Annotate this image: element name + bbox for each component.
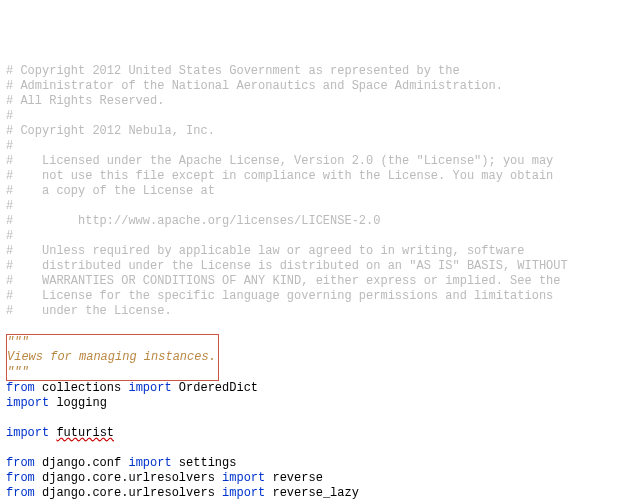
comment-line: # Administrator of the National Aeronaut…	[6, 79, 634, 94]
code-viewer: # Copyright 2012 United States Governmen…	[6, 64, 634, 500]
module-name: django.conf	[35, 456, 129, 470]
code-line: from django.conf import settings	[6, 456, 634, 471]
comment-line: # License for the specific language gove…	[6, 289, 634, 304]
keyword-import: import	[128, 381, 171, 395]
code-line: from collections import OrderedDict	[6, 381, 634, 396]
code-line: import logging	[6, 396, 634, 411]
keyword-import: import	[222, 486, 265, 500]
selection-box: """Views for managing instances."""	[6, 334, 219, 381]
comment-line: # Licensed under the Apache License, Ver…	[6, 154, 634, 169]
comment-line: # distributed under the License is distr…	[6, 259, 634, 274]
comment-line: # Copyright 2012 United States Governmen…	[6, 64, 634, 79]
blank-line	[6, 411, 634, 426]
import-name: settings	[172, 456, 237, 470]
code-line: from django.core.urlresolvers import rev…	[6, 486, 634, 500]
comment-line: # http://www.apache.org/licenses/LICENSE…	[6, 214, 634, 229]
module-name: django.core.urlresolvers	[35, 486, 222, 500]
keyword-import: import	[222, 471, 265, 485]
import-name: OrderedDict	[172, 381, 258, 395]
comment-line: # not use this file except in compliance…	[6, 169, 634, 184]
code-line: import futurist	[6, 426, 634, 441]
import-name: reverse	[265, 471, 323, 485]
comment-line: # WARRANTIES OR CONDITIONS OF ANY KIND, …	[6, 274, 634, 289]
blank-line	[6, 441, 634, 456]
docstring-open: """	[7, 335, 216, 350]
keyword-import: import	[128, 456, 171, 470]
import-name: reverse_lazy	[265, 486, 359, 500]
comment-line: #	[6, 229, 634, 244]
keyword-import: import	[6, 396, 49, 410]
docstring-close: """	[7, 365, 216, 380]
keyword-import: import	[6, 426, 49, 440]
comment-line: # All Rights Reserved.	[6, 94, 634, 109]
comment-line: # a copy of the License at	[6, 184, 634, 199]
comment-line: # Unless required by applicable law or a…	[6, 244, 634, 259]
comment-line: # under the License.	[6, 304, 634, 319]
spell-warning: futurist	[56, 426, 114, 440]
keyword-from: from	[6, 381, 35, 395]
blank-line	[6, 319, 634, 334]
module-name: collections	[35, 381, 129, 395]
import-name: futurist	[49, 426, 114, 440]
keyword-from: from	[6, 486, 35, 500]
code-line: from django.core.urlresolvers import rev…	[6, 471, 634, 486]
module-name: django.core.urlresolvers	[35, 471, 222, 485]
keyword-from: from	[6, 471, 35, 485]
docstring-body: Views for managing instances.	[7, 350, 216, 365]
import-name: logging	[49, 396, 107, 410]
comment-line: #	[6, 109, 634, 124]
comment-line: # Copyright 2012 Nebula, Inc.	[6, 124, 634, 139]
comment-line: #	[6, 139, 634, 154]
keyword-from: from	[6, 456, 35, 470]
comment-line: #	[6, 199, 634, 214]
